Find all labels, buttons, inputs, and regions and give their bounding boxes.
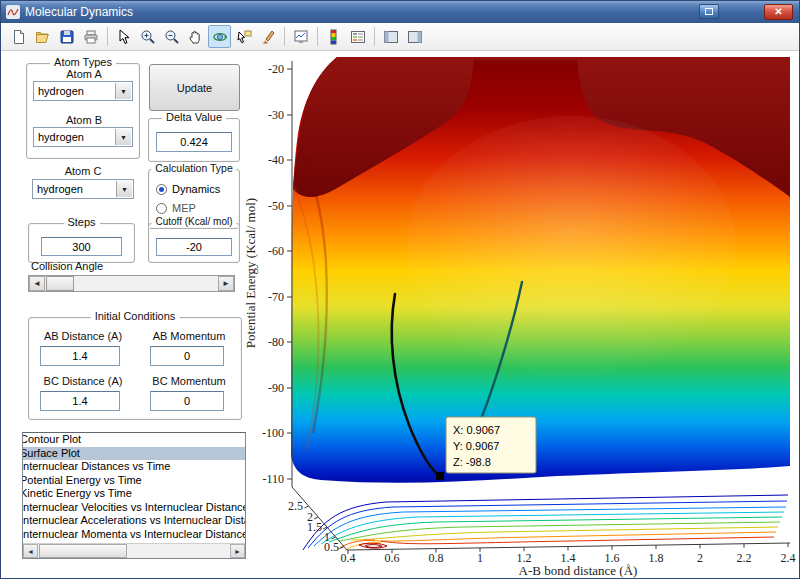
delta-value-field[interactable]: 0.424 — [156, 132, 232, 152]
app-icon — [6, 5, 20, 19]
list-item[interactable]: Internuclear Velocities vs Internuclear … — [23, 501, 245, 515]
zoom-out-icon — [164, 29, 180, 45]
svg-text:-40: -40 — [268, 153, 284, 167]
new-document-icon — [11, 29, 27, 45]
y-tick-labels: -20 -30 -40 -50 -60 -70 -80 -90 -100 -11… — [262, 62, 284, 486]
rotate-3d-icon — [212, 29, 228, 45]
svg-text:0.8: 0.8 — [429, 551, 444, 565]
svg-text:-80: -80 — [268, 335, 284, 349]
new-document-button[interactable] — [7, 25, 30, 48]
update-button[interactable]: Update — [149, 64, 240, 111]
svg-text:Y: 0.9067: Y: 0.9067 — [453, 440, 500, 452]
bc-momentum-field[interactable]: 0 — [150, 391, 224, 411]
hand-icon — [188, 29, 204, 45]
surface-plot-axes[interactable]: -20 -30 -40 -50 -60 -70 -80 -90 -100 -11… — [241, 51, 800, 579]
atom-b-value: hydrogen — [38, 131, 84, 143]
insert-legend-button[interactable] — [346, 25, 369, 48]
figure-toolbar — [1, 23, 799, 51]
data-cursor-button[interactable] — [232, 25, 255, 48]
slider-right-arrow[interactable]: ► — [218, 276, 234, 291]
hide-plot-tools-button[interactable] — [379, 25, 402, 48]
bc-distance-label: BC Distance (A) — [35, 375, 131, 387]
print-button[interactable] — [79, 25, 102, 48]
slider-thumb[interactable] — [46, 276, 74, 291]
title-bar[interactable]: Molecular Dynamics — [1, 1, 799, 23]
hide-plot-tools-icon — [383, 29, 399, 45]
bc-momentum-label: BC Momentum — [141, 375, 237, 387]
collision-angle-label: Collision Angle — [31, 260, 131, 272]
brush-button[interactable] — [256, 25, 279, 48]
radio-dot-icon[interactable] — [156, 203, 167, 214]
svg-text:-100: -100 — [262, 426, 284, 440]
list-item[interactable]: Internuclear Distances vs Time — [23, 460, 245, 474]
delta-value-panel: Delta Value 0.424 — [148, 118, 240, 162]
svg-text:2.4: 2.4 — [781, 551, 796, 565]
list-item[interactable]: Kinetic Energy vs Time — [23, 487, 245, 501]
datatip-marker[interactable] — [436, 472, 444, 480]
open-file-button[interactable] — [31, 25, 54, 48]
zoom-in-button[interactable] — [136, 25, 159, 48]
toolbar-separator — [107, 27, 108, 46]
svg-text:-70: -70 — [268, 290, 284, 304]
ab-distance-field[interactable]: 1.4 — [40, 346, 120, 366]
list-item[interactable]: Contour Plot — [23, 433, 245, 447]
y-axis-label: Potential Energy (Kcal/ mol) — [243, 198, 258, 348]
printer-icon — [83, 29, 99, 45]
chevron-down-icon[interactable]: ▼ — [116, 181, 132, 197]
slider-left-arrow[interactable]: ◄ — [29, 276, 45, 291]
show-plot-tools-button[interactable] — [403, 25, 426, 48]
link-plots-button[interactable] — [289, 25, 312, 48]
ab-momentum-label: AB Momentum — [141, 330, 237, 342]
svg-text:2.2: 2.2 — [737, 551, 752, 565]
colorbar-icon — [326, 29, 342, 45]
close-button[interactable]: ✕ — [764, 4, 793, 20]
svg-text:-20: -20 — [268, 62, 284, 76]
steps-field[interactable]: 300 — [41, 237, 122, 256]
chevron-down-icon[interactable]: ▼ — [115, 83, 131, 99]
list-item[interactable]: Internuclear Accelerations vs Internucle… — [23, 514, 245, 528]
data-cursor-icon — [236, 29, 252, 45]
atom-types-title: Atom Types — [50, 56, 116, 68]
list-item[interactable]: Potential Energy vs Time — [23, 474, 245, 488]
app-window: Molecular Dynamics ✕ Atom Types Atom A h… — [0, 0, 800, 579]
radio-mep[interactable]: MEP — [156, 202, 196, 214]
potential-energy-surface[interactable] — [291, 57, 790, 483]
svg-text:-60: -60 — [268, 244, 284, 258]
legend-icon — [350, 29, 366, 45]
bc-distance-field[interactable]: 1.4 — [40, 391, 120, 411]
toolbar-separator — [374, 27, 375, 46]
cutoff-panel: Cutoff (Kcal/ mol) -20 — [148, 223, 240, 263]
pan-button[interactable] — [184, 25, 207, 48]
ab-momentum-field[interactable]: 0 — [150, 346, 224, 366]
arrow-cursor-icon — [116, 29, 132, 45]
save-button[interactable] — [55, 25, 78, 48]
svg-text:Z: -98.8: Z: -98.8 — [453, 456, 491, 468]
minimize-button[interactable] — [699, 4, 719, 19]
cutoff-field[interactable]: -20 — [156, 238, 232, 256]
svg-text:0.5: 0.5 — [324, 540, 339, 554]
list-item[interactable]: Internuclear Momenta vs Internuclear Dis… — [23, 528, 245, 542]
scroll-left-arrow[interactable]: ◄ — [23, 544, 38, 558]
edit-plot-button[interactable] — [112, 25, 135, 48]
scroll-thumb[interactable] — [39, 544, 127, 558]
horizontal-scrollbar[interactable]: ◄ ► — [23, 543, 245, 558]
toolbar-separator — [284, 27, 285, 46]
zoom-out-button[interactable] — [160, 25, 183, 48]
rotate-3d-button[interactable] — [208, 25, 231, 48]
chevron-down-icon[interactable]: ▼ — [115, 129, 131, 145]
atom-a-dropdown[interactable]: hydrogen ▼ — [33, 81, 133, 101]
atom-b-dropdown[interactable]: hydrogen ▼ — [33, 127, 133, 147]
insert-colorbar-button[interactable] — [322, 25, 345, 48]
atom-types-panel: Atom Types Atom A hydrogen ▼ Atom B hydr… — [26, 63, 140, 159]
plot-type-listbox[interactable]: Contour Plot Surface Plot Internuclear D… — [22, 432, 246, 559]
atom-c-value: hydrogen — [37, 183, 83, 195]
atom-c-dropdown[interactable]: hydrogen ▼ — [32, 179, 134, 199]
list-item-selected[interactable]: Surface Plot — [23, 447, 245, 461]
collision-angle-slider[interactable]: ◄ ► — [28, 275, 235, 292]
radio-dot-icon[interactable] — [156, 184, 167, 195]
radio-dynamics[interactable]: Dynamics — [156, 183, 220, 195]
svg-text:-110: -110 — [262, 472, 284, 486]
svg-text:1.5: 1.5 — [307, 520, 322, 534]
toolbar-separator — [317, 27, 318, 46]
save-icon — [59, 29, 75, 45]
